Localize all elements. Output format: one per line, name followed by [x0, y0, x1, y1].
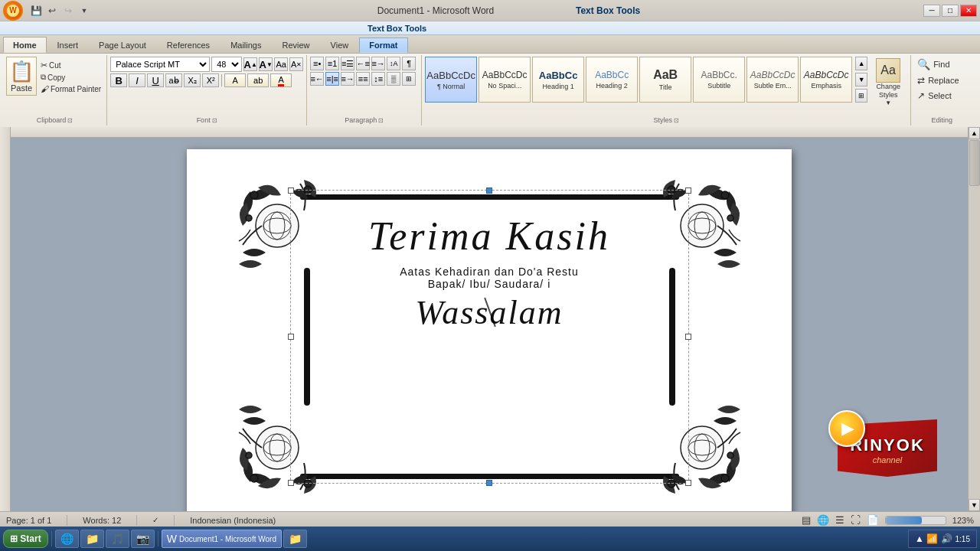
watermark-text2: channel — [873, 455, 903, 465]
para-expand-icon[interactable]: ⊡ — [378, 117, 384, 124]
replace-button[interactable]: ⇄ Replace — [914, 73, 962, 87]
maximize-button[interactable]: □ — [942, 5, 959, 17]
underline-button[interactable]: U — [147, 73, 164, 87]
italic-button[interactable]: I — [129, 73, 145, 87]
tab-view[interactable]: View — [321, 37, 359, 53]
highlight-button[interactable]: ab — [247, 73, 269, 87]
view-fullscreen-icon[interactable]: ⛶ — [851, 514, 861, 526]
line-spacing-button[interactable]: ↕≡ — [371, 72, 385, 86]
tab-insert[interactable]: Insert — [47, 37, 89, 53]
tab-review[interactable]: Review — [272, 37, 319, 53]
scroll-down-button[interactable]: ▼ — [969, 499, 980, 511]
qa-dropdown-button[interactable]: ▼ — [77, 5, 91, 17]
styles-scroll-up[interactable]: ▲ — [855, 57, 867, 70]
bullets-button[interactable]: ≡• — [310, 57, 324, 70]
decrease-indent-button[interactable]: ←≡ — [356, 57, 370, 70]
align-center-button[interactable]: ≡|≡ — [325, 72, 339, 86]
cut-button[interactable]: ✂ Cut — [38, 60, 103, 71]
styles-expand-icon[interactable]: ⊡ — [674, 117, 679, 124]
close-button[interactable]: ✕ — [960, 5, 977, 17]
select-button[interactable]: ↗ Select — [914, 89, 955, 103]
scroll-track[interactable] — [969, 139, 980, 499]
taskbar: ⊞ Start 🌐 📁 🎵 📷 W Document1 - Microsoft … — [0, 527, 980, 551]
language-status[interactable]: Indonesian (Indonesia) — [190, 516, 276, 525]
spell-check-icon[interactable]: ✓ — [152, 516, 158, 524]
change-case-button[interactable]: Aa — [274, 57, 288, 71]
paste-button[interactable]: 📋 Paste — [6, 57, 37, 96]
view-outline-icon[interactable]: ☰ — [835, 514, 844, 526]
style-title-label: Title — [659, 83, 672, 91]
redo-button[interactable]: ↪ — [61, 5, 75, 17]
copy-button[interactable]: ⧉ Copy — [38, 72, 103, 83]
font-size-select[interactable]: 48 — [211, 57, 242, 72]
clipboard-expand-icon[interactable]: ⊡ — [67, 117, 73, 124]
font-name-select[interactable]: Palace Script MT — [110, 57, 210, 72]
save-button[interactable]: 💾 — [29, 5, 43, 17]
font-name-row: Palace Script MT 48 A▲ A▼ Aa A✕ — [110, 57, 303, 72]
justify-button[interactable]: ≡≡ — [356, 72, 370, 86]
tab-mailings[interactable]: Mailings — [220, 37, 271, 53]
style-no-spacing[interactable]: AaBbCcDc No Spaci... — [479, 57, 531, 103]
view-web-icon[interactable]: 🌐 — [817, 514, 829, 526]
scroll-up-button[interactable]: ▲ — [969, 127, 980, 139]
tab-format[interactable]: Format — [359, 37, 407, 53]
subscript-button[interactable]: X₂ — [184, 73, 201, 87]
style-normal[interactable]: AaBbCcDc ¶ Normal — [425, 57, 477, 103]
main-title[interactable]: Terima Kasih — [368, 214, 610, 258]
shading-button[interactable]: ▒ — [387, 72, 400, 86]
style-subtleem-label: Subtle Em... — [754, 82, 792, 90]
text-effects-button[interactable]: A — [224, 73, 246, 87]
shrink-font-button[interactable]: A▼ — [259, 57, 273, 71]
borders-button[interactable]: ⊞ — [402, 72, 416, 86]
undo-button[interactable]: ↩ — [45, 5, 59, 17]
sort-button[interactable]: ↕A — [387, 57, 400, 70]
office-button[interactable]: W — [3, 1, 23, 21]
font-content: Palace Script MT 48 A▲ A▼ Aa A✕ B I U ab… — [110, 57, 303, 124]
start-button[interactable]: ⊞ Start — [3, 530, 48, 548]
style-heading2[interactable]: AaBbCc Heading 2 — [586, 57, 638, 103]
grow-font-button[interactable]: A▲ — [243, 57, 257, 71]
bold-button[interactable]: B — [110, 73, 127, 87]
taskbar-explorer[interactable]: 📁 — [283, 530, 307, 548]
find-button[interactable]: 🔍 Find — [914, 57, 952, 72]
taskbar-ie[interactable]: 🌐 — [55, 530, 79, 548]
taskbar-word[interactable]: W Document1 - Microsoft Word — [162, 530, 282, 548]
format-painter-button[interactable]: 🖌 Format Painter — [38, 83, 103, 94]
style-subtitle[interactable]: AaBbCc. Subtitle — [693, 57, 745, 103]
window-title: Document1 - Microsoft Word Text Box Tool… — [97, 5, 920, 16]
document-scroll-area[interactable]: Terima Kasih Aatas Kehadiran dan Do'a Re… — [11, 138, 968, 511]
scroll-thumb[interactable] — [969, 140, 980, 186]
taskbar-folder[interactable]: 📁 — [80, 530, 104, 548]
styles-content: AaBbCcDc ¶ Normal AaBbCcDc No Spaci... A… — [425, 57, 907, 124]
clear-formatting-button[interactable]: A✕ — [289, 57, 303, 71]
font-expand-icon[interactable]: ⊡ — [212, 117, 217, 124]
zoom-level — [886, 517, 922, 524]
tab-page-layout[interactable]: Page Layout — [89, 37, 156, 53]
font-color-button[interactable]: A — [270, 73, 292, 87]
increase-indent-button[interactable]: ≡→ — [371, 57, 385, 70]
tab-home[interactable]: Home — [3, 37, 47, 53]
minimize-button[interactable]: ─ — [923, 5, 940, 17]
change-styles-button[interactable]: Aa ChangeStyles ▼ — [869, 57, 907, 108]
taskbar-media2[interactable]: 📷 — [131, 530, 155, 548]
style-title[interactable]: AaB Title — [639, 57, 691, 103]
style-heading1[interactable]: AaBbCc Heading 1 — [532, 57, 584, 103]
align-right-button[interactable]: ≡→ — [341, 72, 354, 86]
styles-more[interactable]: ⊞ — [855, 89, 867, 103]
style-subtle-em[interactable]: AaBbCcDc Subtle Em... — [746, 57, 799, 103]
tab-references[interactable]: References — [157, 37, 220, 53]
show-para-button[interactable]: ¶ — [402, 57, 416, 70]
align-left-button[interactable]: ≡← — [310, 72, 324, 86]
view-draft-icon[interactable]: 📄 — [867, 514, 879, 526]
numbering-button[interactable]: ≡1 — [325, 57, 339, 70]
styles-scroll-down[interactable]: ▼ — [855, 73, 867, 86]
view-normal-icon[interactable]: ▤ — [802, 514, 811, 526]
strikethrough-button[interactable]: ab̶ — [165, 73, 182, 87]
closing-text[interactable]: Wassalam — [416, 293, 564, 332]
multilevel-button[interactable]: ≡☰ — [341, 57, 354, 70]
style-emphasis[interactable]: AaBbCcDc Emphasis — [800, 57, 852, 103]
taskbar-media[interactable]: 🎵 — [106, 530, 129, 548]
zoom-slider[interactable] — [885, 516, 946, 525]
font-group: Palace Script MT 48 A▲ A▼ Aa A✕ B I U ab… — [107, 55, 307, 126]
superscript-button[interactable]: X² — [202, 73, 219, 87]
